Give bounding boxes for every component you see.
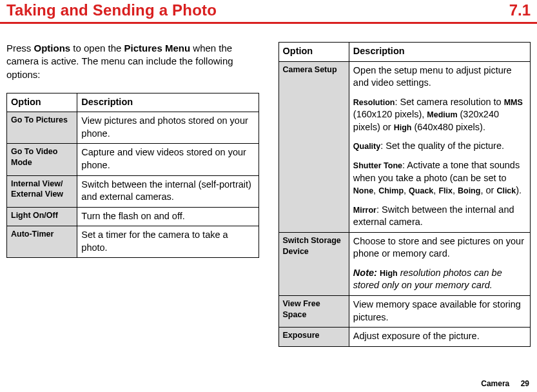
- option-name: Camera Setup: [278, 61, 349, 232]
- option-desc: Set a timer for the camera to take a pho…: [77, 226, 259, 258]
- option-name: Internal View/ External View: [7, 175, 77, 207]
- left-column: Press Options to open the Pictures Menu …: [6, 42, 259, 347]
- option-name: Go To Pictures: [7, 112, 77, 144]
- options-table-right: Option Description Camera Setup Open the…: [278, 42, 531, 347]
- table-row: Light On/Off Turn the flash on and off.: [7, 207, 259, 226]
- mirror-keyword: Mirror: [353, 206, 376, 215]
- text: (160x120 pixels),: [353, 109, 427, 119]
- option-name: Exposure: [278, 328, 349, 347]
- option-desc: Switch between the internal (self-portra…: [77, 175, 259, 207]
- text: ,: [373, 185, 378, 195]
- option-desc: Adjust exposure of the picture.: [349, 328, 530, 347]
- value-high: High: [380, 269, 398, 278]
- camera-setup-intro: Open the setup menu to adjust picture an…: [353, 64, 526, 90]
- col-header-option: Option: [278, 43, 349, 62]
- resolution-line: Resolution: Set camera resolution to MMS…: [353, 96, 526, 134]
- value-medium: Medium: [427, 110, 457, 119]
- table-row: View Free Space View memory space availa…: [278, 296, 531, 328]
- value-click: Click: [496, 186, 516, 195]
- note-label: Note:: [353, 268, 377, 278]
- pictures-menu-keyword: Pictures Menu: [124, 43, 191, 54]
- footer-page-number: 29: [521, 379, 529, 388]
- footer-section: Camera: [481, 379, 509, 388]
- text: (640x480 pixels).: [411, 122, 485, 132]
- intro-text: Press: [6, 43, 34, 54]
- shutter-tone-keyword: Shutter Tone: [353, 161, 402, 170]
- quality-keyword: Quality: [353, 142, 380, 151]
- text: : Switch between the internal and extern…: [353, 204, 514, 228]
- value-quack: Quack: [409, 186, 433, 195]
- content-columns: Press Options to open the Pictures Menu …: [0, 24, 537, 347]
- value-none: None: [353, 186, 373, 195]
- text: ,: [404, 185, 409, 195]
- value-flix: Flix: [438, 186, 453, 195]
- table-row: Switch Storage Device Choose to store an…: [278, 232, 531, 295]
- switch-storage-intro: Choose to store and see pictures on your…: [353, 235, 526, 260]
- intro-text: to open the: [70, 43, 124, 54]
- page-title: Taking and Sending a Photo: [6, 1, 217, 19]
- page-header: Taking and Sending a Photo 7.1: [0, 0, 537, 24]
- text: ).: [516, 185, 522, 195]
- resolution-keyword: Resolution: [353, 98, 395, 107]
- option-name: View Free Space: [278, 296, 349, 328]
- col-header-option: Option: [7, 93, 77, 112]
- table-header-row: Option Description: [7, 93, 259, 112]
- option-name: Auto-Timer: [7, 226, 77, 258]
- option-desc: Capture and view videos stored on your p…: [77, 144, 259, 175]
- col-header-description: Description: [349, 43, 530, 62]
- option-name: Go To Video Mode: [7, 144, 77, 175]
- mirror-line: Mirror: Switch between the internal and …: [353, 204, 526, 229]
- switch-storage-note: Note: High resolution photos can be stor…: [353, 267, 526, 292]
- table-row: Auto-Timer Set a timer for the camera to…: [7, 226, 259, 258]
- option-desc: Turn the flash on and off.: [77, 207, 259, 226]
- option-desc: Choose to store and see pictures on your…: [349, 232, 530, 295]
- table-row: Internal View/ External View Switch betw…: [7, 175, 259, 207]
- table-header-row: Option Description: [278, 43, 531, 62]
- value-mms: MMS: [504, 98, 523, 107]
- right-column: Option Description Camera Setup Open the…: [278, 42, 531, 347]
- shutter-tone-line: Shutter Tone: Activate a tone that sound…: [353, 159, 526, 197]
- quality-line: Quality: Set the quality of the picture.: [353, 140, 526, 153]
- page-footer: Camera 29: [481, 379, 529, 388]
- col-header-description: Description: [77, 93, 259, 112]
- table-row: Go To Pictures View pictures and photos …: [7, 112, 259, 144]
- table-row: Camera Setup Open the setup menu to adju…: [278, 61, 531, 232]
- value-boing: Boing: [458, 186, 480, 195]
- option-desc: View pictures and photos stored on your …: [77, 112, 259, 144]
- text: : Set the quality of the picture.: [380, 141, 504, 151]
- option-desc: View memory space available for storing …: [349, 296, 530, 328]
- text: ,: [453, 185, 458, 195]
- section-number: 7.1: [509, 1, 531, 19]
- value-high: High: [394, 123, 412, 132]
- intro-paragraph: Press Options to open the Pictures Menu …: [6, 42, 259, 81]
- option-desc: Open the setup menu to adjust picture an…: [349, 61, 530, 232]
- text: , or: [480, 185, 496, 195]
- table-row: Go To Video Mode Capture and view videos…: [7, 144, 259, 175]
- options-table-left: Option Description Go To Pictures View p…: [6, 93, 259, 259]
- table-row: Exposure Adjust exposure of the picture.: [278, 328, 531, 347]
- option-name: Light On/Off: [7, 207, 77, 226]
- option-name: Switch Storage Device: [278, 232, 349, 295]
- options-keyword: Options: [34, 43, 71, 54]
- value-chimp: Chimp: [378, 186, 404, 195]
- text: : Set camera resolution to: [395, 97, 503, 107]
